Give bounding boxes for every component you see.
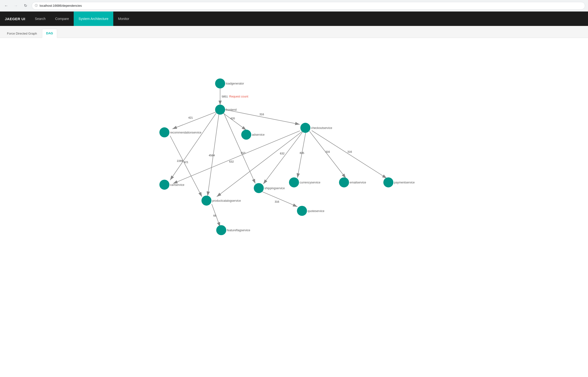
- edge-label-5851: 5851: [222, 95, 228, 98]
- tab-bar: Force Directed Graph DAG: [0, 26, 588, 38]
- label-frontend: frontend: [226, 108, 237, 111]
- label-emailservice: emailservice: [350, 181, 366, 184]
- edge-label-632a: 632: [229, 160, 234, 163]
- edge-label-316c: 316: [347, 150, 352, 153]
- dag-svg: 5851 Request count 421 420 316 421 4564 …: [0, 38, 588, 254]
- label-cartservice: cartservice: [170, 183, 184, 187]
- lock-icon: ⓘ: [35, 4, 38, 8]
- edge-label-66: 66: [213, 214, 217, 217]
- edge-shipping-quote: [262, 191, 297, 207]
- label-shippingservice: shippingservice: [265, 187, 285, 190]
- label-paymentservice: paymentservice: [394, 181, 415, 184]
- edge-label-316a: 316: [259, 113, 264, 116]
- node-loadgenerator[interactable]: [215, 79, 225, 89]
- node-currencyservice[interactable]: [289, 177, 299, 188]
- nav-search[interactable]: Search: [30, 12, 50, 26]
- app-logo: JAEGER UI: [0, 17, 30, 21]
- node-shippingservice[interactable]: [254, 183, 264, 193]
- node-checkoutservice[interactable]: [300, 123, 311, 133]
- forward-button[interactable]: →: [12, 2, 19, 9]
- label-adservice: adservice: [252, 133, 265, 136]
- node-featureflagservice[interactable]: [216, 225, 226, 235]
- node-adservice[interactable]: [241, 130, 251, 140]
- edge-label-4564: 4564: [209, 154, 215, 157]
- edge-label-2289: 2289: [177, 159, 183, 162]
- node-cartservice[interactable]: [159, 180, 169, 190]
- label-currencyservice: currencyservice: [300, 181, 320, 184]
- graph-area: 5851 Request count 421 420 316 421 4564 …: [0, 38, 588, 377]
- edge-recommendation-productcatalog: [170, 136, 202, 197]
- edge-checkout-cart: [173, 131, 300, 184]
- nav-compare[interactable]: Compare: [50, 12, 74, 26]
- label-featureflagservice: featureflagservice: [227, 229, 250, 232]
- edge-checkout-shipping: [263, 132, 303, 184]
- edge-label-835: 835: [300, 152, 304, 154]
- tab-dag[interactable]: DAG: [42, 29, 57, 38]
- back-button[interactable]: ←: [3, 2, 10, 9]
- request-count-label: Request count: [229, 95, 248, 98]
- address-bar[interactable]: ⓘ localhost:16686/dependencies: [32, 2, 585, 10]
- edge-label-553: 553: [241, 152, 245, 154]
- label-quoteservice: quoteservice: [308, 209, 324, 213]
- nav-monitor[interactable]: Monitor: [113, 12, 134, 26]
- edge-label-632b: 632: [280, 152, 284, 155]
- edge-label-316b: 316: [325, 150, 330, 153]
- url-text: localhost:16686/dependencies: [40, 4, 82, 7]
- edge-frontend-cart: [170, 113, 216, 180]
- edge-checkout-currency: [297, 132, 306, 178]
- node-paymentservice[interactable]: [383, 177, 393, 188]
- edge-label-421a: 421: [188, 116, 193, 119]
- edge-frontend-shipping: [223, 113, 255, 184]
- edge-label-420: 420: [231, 117, 235, 120]
- edge-frontend-checkout: [225, 109, 300, 124]
- reload-button[interactable]: ↻: [22, 2, 29, 9]
- browser-chrome: ← → ↻ ⓘ localhost:16686/dependencies: [0, 0, 588, 12]
- label-recommendationservice: recommendationservice: [170, 131, 202, 134]
- node-productcatalogservice[interactable]: [201, 196, 211, 206]
- edge-checkout-email: [309, 131, 346, 178]
- edge-frontend-adservice: [222, 113, 246, 130]
- label-loadgenerator: loadgenerator: [226, 82, 244, 85]
- edge-label-316d: 316: [275, 200, 279, 203]
- label-checkoutservice: checkoutservice: [311, 126, 332, 130]
- node-emailservice[interactable]: [339, 177, 349, 188]
- nav-system-architecture[interactable]: System Architecture: [74, 12, 113, 26]
- edge-checkout-payment: [312, 131, 387, 178]
- node-recommendationservice[interactable]: [159, 127, 169, 137]
- tab-force-directed-graph[interactable]: Force Directed Graph: [3, 29, 41, 38]
- app-header: JAEGER UI Search Compare System Architec…: [0, 12, 588, 26]
- node-frontend[interactable]: [215, 105, 225, 115]
- edge-frontend-recommendation: [172, 112, 216, 129]
- label-productcatalogservice: productcatalogservice: [212, 199, 241, 202]
- node-quoteservice[interactable]: [297, 206, 307, 216]
